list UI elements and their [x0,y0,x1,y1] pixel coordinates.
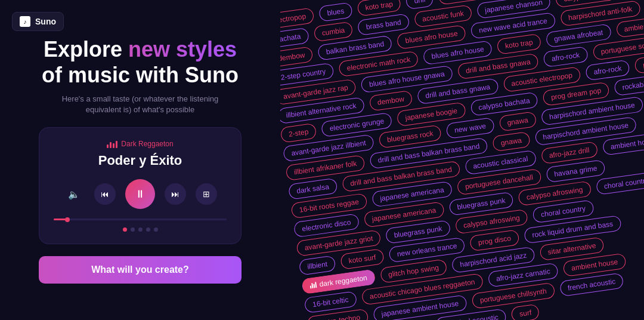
player-card: Dark Reggaeton Poder y Éxito 🔈 ⏮ ⏸ ⏭ ⊞ [39,127,242,244]
prev-button[interactable]: ⏮ [94,183,116,205]
headline-title: Explore new styles of music with Suno [42,36,239,88]
player-progress[interactable] [54,219,227,220]
genre-koto-trad[interactable]: koto trap [357,0,402,17]
genre-blues[interactable]: blues [318,2,353,21]
volume-button[interactable]: 🔈 [63,183,85,205]
progress-bar [54,219,227,220]
player-title: Poder y Éxito [54,153,227,168]
play-pause-button[interactable]: ⏸ [125,179,155,209]
next-button[interactable]: ⏭ [165,183,186,205]
left-panel: ♪ Suno Explore new styles of music with … [0,0,280,320]
genre-brass-band[interactable]: brass band [357,13,410,36]
menu-button[interactable]: ⊞ [196,183,217,205]
active-bars-icon [309,282,317,288]
genre-rockabilly[interactable]: rockabilly [614,75,644,96]
genre-16bit-celtic[interactable]: 16-bit celtic [304,291,357,313]
logo[interactable]: ♪ Suno [12,12,64,31]
player-dots [54,227,227,232]
headline-highlight: new styles [128,37,237,61]
genre-gnawa[interactable]: gnawa [499,111,537,131]
genre-cloud: electropop blues koto trap drill afro-ro… [280,0,644,320]
genre-surf[interactable]: surf [511,304,540,320]
progress-fill [54,219,67,220]
genre-afro-rock3[interactable]: afro-rock [585,60,630,81]
genre-koto-surf[interactable]: koto surf [340,248,385,270]
headline-plain: Explore [44,37,128,61]
cta-button[interactable]: What will you create? [39,256,242,284]
dot-2[interactable] [131,227,135,232]
logo-icon: ♪ [20,16,30,27]
right-panel: electropop blues koto trap drill afro-ro… [280,0,644,320]
genre-dembow[interactable]: dembow [280,46,314,67]
logo-text: Suno [35,17,56,26]
headline-line2: of music with Suno [42,63,239,87]
genre-gnawa2[interactable]: gnawa [492,131,530,152]
genre-2step[interactable]: 2-step [280,123,317,143]
genre-cumbia[interactable]: cumbia [313,21,354,42]
headline: Explore new styles of music with Suno He… [42,36,239,116]
genre-label: Dark Reggaeton [121,140,173,148]
dot-1[interactable] [123,227,127,232]
genre-dark-salsa[interactable]: dark salsa [288,178,338,200]
player-controls: 🔈 ⏮ ⏸ ⏭ ⊞ [54,179,227,209]
genre-illbient[interactable]: illbient [299,255,336,275]
progress-thumb [65,217,70,222]
player-genre-label: Dark Reggaeton [54,140,227,148]
bars-icon [107,140,117,148]
genre-afro-rock2[interactable]: afro-rock [543,46,588,67]
genre-new-wave[interactable]: new wave [445,117,494,139]
dot-5[interactable] [154,227,158,232]
dot-4[interactable] [146,227,150,232]
genre-koto-trap2[interactable]: koto trap [497,33,542,55]
headline-subtitle: Here's a small taste (or whatever the li… [42,94,239,115]
genre-dembow2[interactable]: dembow [369,90,413,112]
genre-drill[interactable]: drill [405,0,434,10]
genre-electropop[interactable]: electropop [280,7,315,29]
genre-prog-disco[interactable]: prog disco [469,229,519,251]
genre-bachata[interactable]: bachata [280,27,309,48]
dot-3[interactable] [138,227,143,232]
